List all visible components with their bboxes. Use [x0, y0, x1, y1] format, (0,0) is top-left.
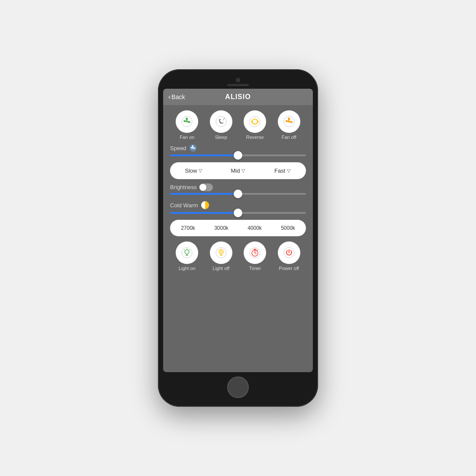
fast-label: Fast	[274, 167, 285, 174]
mid-button[interactable]: Mid ▽	[216, 164, 260, 177]
timer-icon-circle	[244, 241, 266, 264]
cold-warm-slider-thumb[interactable]	[234, 209, 242, 217]
fan-control-row: Fan on z z Sleep	[170, 110, 306, 140]
fan-on-icon-circle	[176, 110, 198, 133]
speed-label: Speed	[170, 145, 187, 151]
fan-on-button[interactable]: Fan on	[176, 110, 198, 140]
phone-bottom-bar	[163, 372, 313, 402]
fan-off-button[interactable]: Fan off	[278, 110, 300, 140]
phone-screen: ‹ Back ALISIO	[163, 89, 313, 372]
sleep-label: Sleep	[215, 135, 227, 140]
back-button[interactable]: ‹ Back	[168, 93, 185, 101]
reverse-icon	[249, 116, 261, 128]
brightness-slider-fill	[170, 193, 238, 195]
phone-frame: ‹ Back ALISIO	[158, 69, 318, 407]
light-on-icon-circle	[176, 241, 198, 264]
5000k-button[interactable]: 5000k	[272, 222, 304, 235]
cold-warm-slider[interactable]	[170, 210, 306, 215]
light-off-button[interactable]: Light off	[210, 241, 232, 271]
light-off-icon	[215, 247, 227, 259]
brightness-label: Brightness	[170, 184, 196, 190]
2700k-button[interactable]: 2700k	[172, 222, 204, 235]
color-temp-row: 2700k 3000k 4000k 5000k	[170, 220, 306, 236]
brightness-slider-thumb[interactable]	[234, 190, 242, 198]
speed-slider[interactable]	[170, 153, 306, 158]
fan-off-icon-circle	[278, 110, 300, 133]
svg-line-34	[257, 250, 258, 251]
2700k-label: 2700k	[181, 225, 195, 231]
power-off-icon-circle	[278, 241, 300, 264]
phone-top-bar	[163, 74, 313, 89]
svg-line-19	[189, 250, 190, 251]
slow-fan-icon: ▽	[199, 168, 202, 174]
brightness-slider[interactable]	[170, 191, 306, 196]
svg-point-11	[192, 148, 193, 149]
svg-point-9	[288, 121, 290, 122]
fan-on-label: Fan on	[180, 135, 194, 140]
cold-warm-label: Cold Warm	[170, 202, 198, 209]
back-chevron-icon: ‹	[168, 93, 170, 101]
timer-button[interactable]: Timer	[244, 241, 266, 271]
svg-marker-6	[251, 120, 252, 123]
back-label: Back	[171, 93, 185, 100]
phone-camera	[236, 78, 240, 82]
fast-button[interactable]: Fast ▽	[261, 164, 304, 177]
speed-icon	[189, 144, 197, 152]
cold-warm-slider-fill	[170, 212, 238, 214]
reverse-button[interactable]: Reverse	[244, 110, 266, 140]
bottom-control-row: Light on	[170, 241, 306, 271]
speed-slider-track	[170, 154, 306, 156]
app-header: ‹ Back ALISIO	[163, 89, 313, 105]
light-on-button[interactable]: Light on	[176, 241, 198, 271]
svg-line-27	[223, 250, 224, 251]
slow-button[interactable]: Slow ▽	[172, 164, 215, 177]
fan-on-icon	[181, 116, 193, 128]
reverse-icon-circle	[244, 110, 266, 133]
speed-section: Speed	[170, 144, 306, 158]
slow-label: Slow	[185, 167, 197, 174]
svg-marker-7	[257, 120, 259, 123]
app-content: Fan on z z Sleep	[163, 105, 313, 372]
3000k-label: 3000k	[214, 225, 228, 231]
light-off-icon-circle	[210, 241, 232, 264]
sleep-icon-circle: z z	[210, 110, 232, 133]
light-on-icon	[181, 247, 193, 259]
phone-home-button[interactable]	[227, 376, 249, 398]
power-off-button[interactable]: Power off	[278, 241, 300, 271]
light-off-label: Light off	[212, 266, 229, 271]
cold-warm-icon	[201, 201, 209, 209]
4000k-button[interactable]: 4000k	[238, 222, 271, 235]
5000k-label: 5000k	[281, 225, 295, 231]
cold-warm-slider-track	[170, 212, 306, 214]
brightness-toggle-knob	[199, 184, 206, 191]
fan-off-icon	[283, 116, 295, 128]
svg-point-1	[186, 121, 188, 122]
sleep-button[interactable]: z z Sleep	[210, 110, 232, 140]
svg-point-22	[220, 251, 222, 253]
power-off-icon	[283, 247, 295, 259]
speed-slider-fill	[170, 154, 238, 156]
timer-label: Timer	[249, 266, 261, 271]
phone-speaker	[227, 84, 249, 86]
mid-label: Mid	[231, 167, 240, 174]
4000k-label: 4000k	[248, 225, 262, 231]
app-title: ALISIO	[225, 93, 251, 101]
svg-line-26	[218, 250, 219, 251]
fan-off-label: Fan off	[282, 135, 296, 140]
sleep-icon: z z	[215, 116, 227, 128]
timer-icon	[249, 247, 261, 259]
light-on-label: Light on	[179, 266, 196, 271]
cold-warm-section: Cold Warm	[170, 201, 306, 215]
reverse-label: Reverse	[246, 135, 264, 140]
svg-line-18	[184, 250, 185, 251]
mid-fan-icon: ▽	[241, 168, 245, 174]
3000k-button[interactable]: 3000k	[205, 222, 238, 235]
brightness-toggle[interactable]	[199, 183, 213, 191]
brightness-section: Brightness	[170, 183, 306, 196]
fast-fan-icon: ▽	[287, 168, 290, 174]
power-off-label: Power off	[279, 266, 299, 271]
speed-slider-thumb[interactable]	[234, 151, 242, 160]
svg-point-14	[185, 250, 189, 254]
speed-button-row: Slow ▽ Mid ▽ Fast ▽	[170, 162, 306, 179]
cold-warm-label-row: Cold Warm	[170, 201, 306, 209]
